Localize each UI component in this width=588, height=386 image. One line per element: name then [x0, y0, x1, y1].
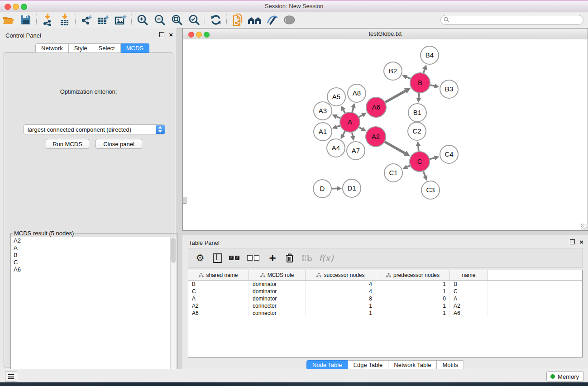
table-cell[interactable]: B — [450, 281, 488, 288]
graph-node-B3[interactable]: B3 — [440, 80, 458, 98]
table-cell[interactable]: A — [450, 295, 488, 302]
graph-edge[interactable] — [418, 146, 419, 151]
mcds-result-item[interactable]: A6 — [11, 266, 171, 273]
network-window-titlebar[interactable]: testGlobe.txt — [183, 29, 588, 40]
table-settings-button[interactable]: ⚙ — [195, 252, 206, 264]
graph-node-A7[interactable]: A7 — [347, 142, 365, 160]
graph-node-A3[interactable]: A3 — [314, 102, 332, 120]
graph-edge[interactable] — [385, 142, 405, 153]
close-panel-button[interactable]: Close panel — [96, 139, 142, 149]
table-tab-motifs[interactable]: Motifs — [437, 360, 464, 370]
mcds-result-list[interactable]: A2ABCA6 — [11, 237, 171, 386]
graph-edge[interactable] — [430, 85, 434, 86]
mcds-result-item[interactable]: A — [11, 244, 171, 252]
control-tab-network[interactable]: Network — [35, 43, 69, 53]
graph-edge[interactable] — [337, 126, 340, 127]
new-network-from-selection-button[interactable] — [229, 13, 246, 27]
graph-node-C4[interactable]: C4 — [440, 145, 458, 163]
graph-node-A6[interactable]: A6 — [366, 97, 386, 117]
table-tab-network-table[interactable]: Network Table — [388, 360, 437, 370]
table-cell[interactable]: connector — [249, 310, 306, 317]
save-session-button[interactable] — [17, 13, 34, 27]
table-cell[interactable]: 1 — [306, 310, 376, 317]
graph-node-A[interactable]: A — [340, 112, 360, 132]
float-table-panel-icon[interactable] — [570, 239, 575, 244]
memory-button[interactable]: Memory — [546, 372, 584, 381]
run-mcds-button[interactable]: Run MCDS — [46, 139, 89, 149]
control-tab-style[interactable]: Style — [69, 43, 93, 53]
network-canvas[interactable]: AA6A2BCA1A3A4A5A7A8B1B2B3B4C1C2C3C4DD1 — [183, 39, 588, 230]
open-cybrowser-button[interactable] — [246, 13, 263, 27]
table-cell[interactable]: 1 — [306, 302, 376, 310]
hide-graphics-details-button[interactable] — [263, 13, 281, 27]
column-header-MCDS-role[interactable]: MCDS role — [249, 270, 306, 280]
zoom-out-button[interactable] — [151, 13, 168, 27]
table-cell[interactable]: dominator — [249, 288, 306, 295]
graph-node-A5[interactable]: A5 — [327, 88, 345, 106]
graph-edge[interactable] — [407, 166, 410, 167]
table-row[interactable]: Cdominator41C — [188, 288, 582, 295]
graph-edge[interactable] — [352, 108, 353, 112]
import-network-button[interactable] — [39, 13, 56, 27]
show-columns-button[interactable] — [212, 252, 223, 264]
refresh-view-button[interactable] — [207, 13, 225, 27]
show-eye-button[interactable] — [281, 13, 298, 27]
table-tab-node-table[interactable]: Node Table — [306, 360, 348, 370]
column-header-shared-name[interactable]: shared name — [188, 270, 249, 280]
export-network-button[interactable] — [78, 13, 95, 27]
table-cell[interactable]: A2 — [450, 302, 488, 310]
mcds-result-item[interactable]: C — [11, 259, 171, 266]
graph-node-A8[interactable]: A8 — [348, 84, 366, 102]
graph-edge[interactable] — [359, 127, 362, 129]
graph-edge[interactable] — [430, 158, 435, 159]
zoom-fit-button[interactable] — [168, 13, 186, 27]
window-resize-grip[interactable] — [581, 224, 587, 230]
graph-node-A1[interactable]: A1 — [314, 123, 332, 141]
graph-node-B1[interactable]: B1 — [408, 104, 426, 122]
column-header-successor-nodes[interactable]: successor nodes — [306, 270, 376, 280]
graph-node-C2[interactable]: C2 — [408, 122, 426, 140]
table-cell[interactable]: dominator — [249, 295, 306, 302]
zoom-in-button[interactable] — [134, 13, 151, 27]
graph-node-B4[interactable]: B4 — [421, 46, 439, 64]
table-cell[interactable]: C — [450, 288, 488, 295]
graph-node-D[interactable]: D — [313, 180, 331, 198]
table-cell[interactable]: connector — [249, 302, 306, 310]
graph-node-C[interactable]: C — [410, 152, 430, 172]
table-cell[interactable]: 1 — [376, 281, 450, 288]
control-tab-mcds[interactable]: MCDS — [121, 43, 149, 53]
table-cell[interactable]: dominator — [249, 281, 306, 288]
table-cell[interactable]: 1 — [376, 310, 450, 317]
graph-edge[interactable] — [406, 77, 411, 79]
graph-edge[interactable] — [385, 91, 406, 102]
table-row[interactable]: Bdominator41B — [188, 281, 582, 288]
result-scrollbar[interactable] — [170, 237, 177, 386]
table-cell[interactable]: 4 — [306, 281, 376, 288]
table-cell[interactable]: A6 — [450, 310, 488, 317]
graph-node-B2[interactable]: B2 — [384, 62, 402, 80]
birdseye-handle[interactable] — [183, 197, 186, 204]
table-cell[interactable]: 1 — [376, 302, 450, 310]
table-cell[interactable]: 4 — [306, 288, 376, 295]
graph-edge[interactable] — [423, 171, 425, 176]
delete-row-button[interactable] — [284, 252, 295, 264]
control-tab-select[interactable]: Select — [93, 43, 121, 53]
select-all-columns-button[interactable] — [229, 252, 241, 264]
column-header-name[interactable]: name — [450, 270, 488, 280]
graph-node-C1[interactable]: C1 — [384, 164, 402, 182]
graph-edge[interactable] — [343, 131, 345, 135]
graph-node-D1[interactable]: D1 — [343, 179, 361, 197]
table-row[interactable]: A2connector11A2 — [188, 302, 582, 310]
graph-edge[interactable] — [423, 69, 425, 73]
graph-edge[interactable] — [359, 115, 363, 117]
graph-edge[interactable] — [352, 133, 353, 136]
table-row[interactable]: A6connector11A6 — [188, 310, 582, 317]
export-image-button[interactable] — [112, 13, 129, 27]
search-input[interactable] — [440, 15, 583, 25]
graph-node-A2[interactable]: A2 — [366, 127, 386, 147]
criterion-select[interactable]: largest connected component (directed) — [24, 124, 165, 134]
import-table-button[interactable] — [56, 13, 73, 27]
table-tab-edge-table[interactable]: Edge Table — [348, 360, 388, 370]
table-cell[interactable]: C — [188, 288, 249, 295]
table-cell[interactable]: B — [188, 281, 249, 288]
